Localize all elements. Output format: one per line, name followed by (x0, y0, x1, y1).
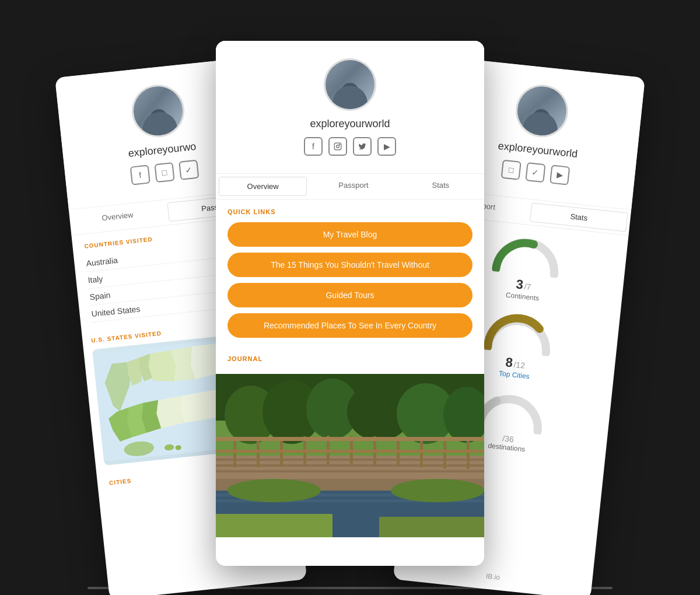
username-left: exploreyourwo (128, 141, 197, 160)
tab-stats-center[interactable]: Stats (397, 174, 484, 199)
btn-guided-tours[interactable]: Guided Tours (228, 283, 473, 307)
facebook-icon-center[interactable]: f (304, 137, 323, 156)
avatar-left (130, 82, 187, 140)
continents-label: Continents (505, 290, 540, 302)
svg-rect-44 (467, 440, 470, 469)
svg-rect-33 (216, 470, 484, 473)
svg-rect-45 (216, 437, 484, 441)
instagram-icon-left[interactable]: □ (154, 162, 174, 183)
svg-point-50 (228, 479, 321, 502)
tab-overview-center[interactable]: Overview (219, 177, 307, 196)
top-cities-max: /12 (513, 360, 526, 370)
destinations-label: destinations (488, 442, 526, 454)
instagram-icon-right[interactable]: □ (501, 160, 522, 180)
instagram-icon-center[interactable] (328, 137, 347, 156)
youtube-icon-center[interactable]: ▶ (377, 137, 396, 156)
twitter-icon-right[interactable]: ✓ (525, 162, 545, 183)
tab-passport-center[interactable]: Passport (310, 174, 397, 199)
footer-brand: IB.io (485, 572, 500, 582)
top-cities-value: 8 (505, 355, 513, 370)
username-center: exploreyourworld (310, 118, 390, 130)
tabs-center: Overview Passport Stats (216, 173, 484, 200)
facebook-icon-left[interactable]: f (130, 164, 150, 185)
journal-label: JOURNAL (228, 355, 473, 362)
person-silhouette-left (131, 84, 185, 138)
youtube-icon-right[interactable]: ▶ (550, 164, 570, 185)
avatar-image-left (131, 84, 185, 138)
svg-rect-43 (443, 439, 446, 468)
svg-point-20 (340, 144, 340, 145)
svg-rect-18 (334, 143, 341, 150)
svg-point-19 (337, 145, 340, 148)
svg-rect-46 (216, 450, 484, 453)
top-cities-gauge (482, 309, 556, 356)
avatar-center (324, 58, 376, 111)
card-center: exploreyourworld f ▶ (216, 41, 484, 566)
svg-rect-53 (379, 517, 484, 537)
avatar-right (513, 82, 571, 140)
continents-gauge (490, 230, 564, 278)
person-silhouette-right (515, 84, 569, 138)
scene: exploreyourwo f □ ✓ Overview Passport CO… (88, 29, 612, 589)
avatar-image-right (515, 84, 569, 138)
avatar-image-center (326, 60, 374, 109)
svg-rect-52 (216, 514, 332, 537)
continents-value: 3 (515, 276, 524, 292)
svg-point-51 (391, 479, 484, 502)
social-icons-left: f □ ✓ (130, 160, 200, 186)
social-icons-center: f ▶ (304, 137, 396, 156)
twitter-icon-left[interactable]: ✓ (178, 160, 199, 180)
btn-travel-without[interactable]: The 15 Things You Shouldn't Travel Witho… (228, 253, 473, 277)
continents-max: /7 (524, 282, 531, 292)
username-right: exploreyourworld (498, 140, 579, 160)
person-silhouette-center (326, 60, 374, 109)
journal-section: JOURNAL (216, 352, 484, 374)
destinations-gauge (474, 387, 548, 435)
twitter-icon-center[interactable] (353, 137, 372, 156)
quick-links-label: QUICK LINKS (228, 208, 473, 215)
top-cities-label: Top Cities (499, 369, 530, 380)
social-icons-right: □ ✓ ▶ (501, 160, 570, 186)
center-profile: exploreyourworld f ▶ (216, 41, 484, 173)
quick-links-section: QUICK LINKS My Travel Blog The 15 Things… (216, 200, 484, 352)
journal-image (216, 374, 484, 537)
btn-recommended-places[interactable]: Recommended Places To See In Every Count… (228, 313, 473, 338)
btn-travel-blog[interactable]: My Travel Blog (228, 222, 473, 247)
